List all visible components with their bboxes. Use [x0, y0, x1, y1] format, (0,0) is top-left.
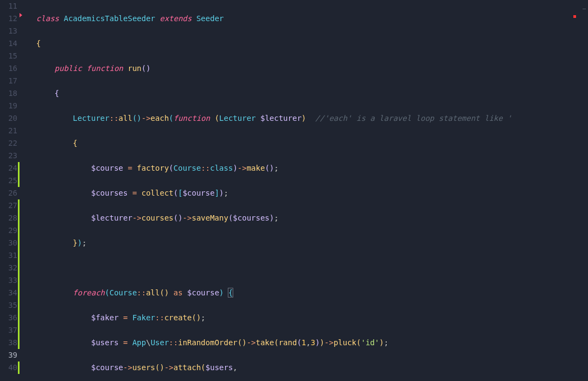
change-bar [18, 0, 20, 381]
line-number: 35 [0, 299, 17, 312]
code-line[interactable]: public function run() [27, 62, 588, 75]
line-number: 39 [0, 349, 17, 361]
line-number: 15 [0, 50, 17, 62]
code-editor[interactable]: ⎯ 11 12 13 14 15 16 17 18 19 20 21 22 23… [0, 0, 588, 381]
line-number: 27 [0, 199, 17, 212]
line-number: 37 [0, 324, 17, 337]
line-number: 32 [0, 262, 17, 274]
line-number: 23 [0, 150, 17, 162]
line-number: 25 [0, 175, 17, 187]
code-line[interactable]: $course->users()->attach($users, [27, 361, 588, 374]
line-number: 21 [0, 125, 17, 137]
code-line[interactable]: foreach(Course::all() as $course) { [27, 287, 588, 299]
line-number: 33 [0, 274, 17, 287]
line-number: 16 [0, 62, 17, 75]
code-line[interactable]: { [27, 37, 588, 50]
line-number: 12 [0, 12, 17, 25]
line-number: 29 [0, 224, 17, 237]
code-line[interactable]: $faker = Faker::create(); [27, 312, 588, 324]
line-number: 38 [0, 337, 17, 349]
code-line[interactable]: Lecturer::all()->each(function (Lecturer… [27, 112, 588, 125]
code-line[interactable]: $course = factory(Course::class)->make()… [27, 162, 588, 175]
code-line[interactable]: }); [27, 237, 588, 249]
line-number: 24 [0, 162, 17, 175]
line-number: 34 [0, 287, 17, 299]
line-number: 18 [0, 87, 17, 100]
line-number: 22 [0, 137, 17, 150]
code-line[interactable]: class AcademicsTableSeeder extends Seede… [27, 12, 588, 25]
line-number: 17 [0, 75, 17, 87]
line-number: 14 [0, 37, 17, 50]
line-number-gutter: 11 12 13 14 15 16 17 18 19 20 21 22 23 2… [0, 0, 24, 381]
fold-marker-icon[interactable] [20, 13, 22, 17]
code-line[interactable]: $courses = collect([$course]); [27, 187, 588, 199]
line-number: 40 [0, 361, 17, 374]
line-number: 11 [0, 0, 17, 12]
line-number: 28 [0, 212, 17, 224]
line-number: 19 [0, 100, 17, 112]
code-line[interactable] [27, 262, 588, 274]
line-number: 36 [0, 312, 17, 324]
line-number: 20 [0, 112, 17, 125]
code-area[interactable]: class AcademicsTableSeeder extends Seede… [24, 0, 588, 381]
line-number: 30 [0, 237, 17, 249]
code-line[interactable]: { [27, 137, 588, 150]
line-number: 13 [0, 25, 17, 37]
line-number: 26 [0, 187, 17, 199]
code-line[interactable]: { [27, 87, 588, 100]
code-line[interactable]: $users = App\User::inRandomOrder()->take… [27, 337, 588, 349]
code-line[interactable]: $lecturer->courses()->saveMany($courses)… [27, 212, 588, 224]
line-number: 31 [0, 249, 17, 262]
